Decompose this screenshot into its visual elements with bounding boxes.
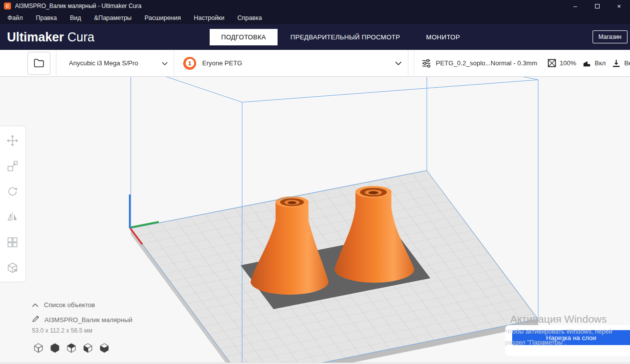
scale-icon[interactable] — [0, 153, 25, 179]
close-icon[interactable]: × — [608, 0, 630, 12]
minimize-icon[interactable]: – — [564, 0, 586, 12]
menu-item-parameters[interactable]: &Параметры — [88, 14, 138, 21]
support-icon — [582, 58, 592, 68]
support-blocker-icon[interactable] — [0, 255, 25, 280]
rotate-icon[interactable] — [0, 179, 25, 204]
windows-watermark-line2: Чтобы активировать Windows, перей — [505, 328, 612, 335]
printer-name: Anycubic i3 Mega S/Pro — [69, 59, 138, 67]
move-icon[interactable] — [0, 128, 25, 153]
material-name: Eryone PETG — [202, 59, 242, 67]
windows-watermark-title: Активация Windows — [510, 313, 607, 325]
profile-name: PETG_0.2_soplo...Normal - 0.3mm — [436, 59, 537, 67]
cube-icon-1[interactable] — [33, 342, 44, 355]
chevron-down-icon — [162, 59, 168, 67]
stage-tabs: ПОДГОТОВКА ПРЕДВАРИТЕЛЬНЫЙ ПРОСМОТР МОНИ… — [210, 24, 473, 50]
support-value: Вкл — [595, 59, 606, 67]
window-controls: – × — [564, 0, 630, 12]
left-tool-panel — [0, 126, 26, 282]
model-dimensions: 53.0 x 112.2 x 56.5 мм — [32, 327, 92, 334]
menu-item-preferences[interactable]: Настройки — [187, 14, 231, 21]
extruder-number: 1 — [186, 59, 194, 67]
per-model-settings-icon[interactable] — [0, 229, 25, 255]
window-title: AI3MSPRO_Валик малярный - Ultimaker Cura — [15, 2, 141, 9]
viewport-3d[interactable]: Список объектов AI3MSPRO_Валик малярный … — [0, 77, 630, 363]
marketplace-button[interactable]: Магазин — [593, 30, 628, 43]
menu-item-edit[interactable]: Правка — [29, 14, 63, 21]
menu-item-extensions[interactable]: Расширения — [138, 14, 188, 21]
tab-monitor[interactable]: МОНИТОР — [413, 29, 473, 45]
object-list-toggle[interactable]: Список объектов — [32, 301, 95, 309]
model-name-row[interactable]: AI3MSPRO_Валик малярный — [32, 315, 132, 324]
menu-item-view[interactable]: Вид — [63, 14, 88, 21]
extruder-badge: 1 — [183, 57, 196, 70]
maximize-icon[interactable] — [586, 0, 608, 12]
tab-prepare[interactable]: ПОДГОТОВКА — [210, 29, 278, 45]
cura-logo: Ultimaker Cura — [7, 24, 94, 50]
windows-watermark-line3: раздел "Параметры". — [505, 339, 567, 346]
menu-item-file[interactable]: Файл — [1, 14, 29, 21]
model-name: AI3MSPRO_Валик малярный — [44, 316, 132, 324]
cura-app-icon: C — [4, 2, 11, 9]
object-list-label: Список объектов — [44, 301, 95, 309]
chevron-down-icon — [395, 59, 402, 67]
main-header: Ultimaker Cura ПОДГОТОВКА ПРЕДВАРИТЕЛЬНЫ… — [0, 24, 630, 50]
cube-icon-3[interactable] — [66, 342, 77, 355]
infill-value: 100% — [560, 59, 576, 67]
chevron-up-icon — [32, 301, 38, 309]
mirror-icon[interactable] — [0, 204, 25, 229]
material-selector[interactable]: 1 Eryone PETG — [174, 50, 408, 76]
cube-icon-2[interactable] — [49, 342, 60, 355]
titlebar: C AI3MSPRO_Валик малярный - Ultimaker Cu… — [0, 0, 630, 12]
printer-selector[interactable]: Anycubic i3 Mega S/Pro — [56, 50, 174, 76]
cube-icon-5[interactable] — [99, 342, 110, 355]
print-settings-selector[interactable]: PETG_0.2_soplo...Normal - 0.3mm 100% Вкл… — [414, 50, 630, 76]
adhesion-value: Вк — [624, 59, 630, 67]
folder-icon — [33, 57, 45, 70]
open-file-button[interactable] — [27, 52, 50, 75]
pencil-icon — [32, 315, 39, 324]
configuration-toolbar: Anycubic i3 Mega S/Pro 1 Eryone PETG PET… — [0, 50, 630, 77]
model-list-thumbnails — [33, 342, 110, 355]
infill-grid-icon — [547, 58, 557, 68]
adhesion-icon — [612, 58, 621, 68]
cube-icon-4[interactable] — [82, 342, 93, 355]
menu-bar: Файл Правка Вид &Параметры Расширения На… — [0, 12, 630, 24]
tab-preview[interactable]: ПРЕДВАРИТЕЛЬНЫЙ ПРОСМОТР — [278, 29, 413, 45]
sliders-icon — [421, 58, 432, 69]
menu-item-help[interactable]: Справка — [231, 14, 269, 21]
